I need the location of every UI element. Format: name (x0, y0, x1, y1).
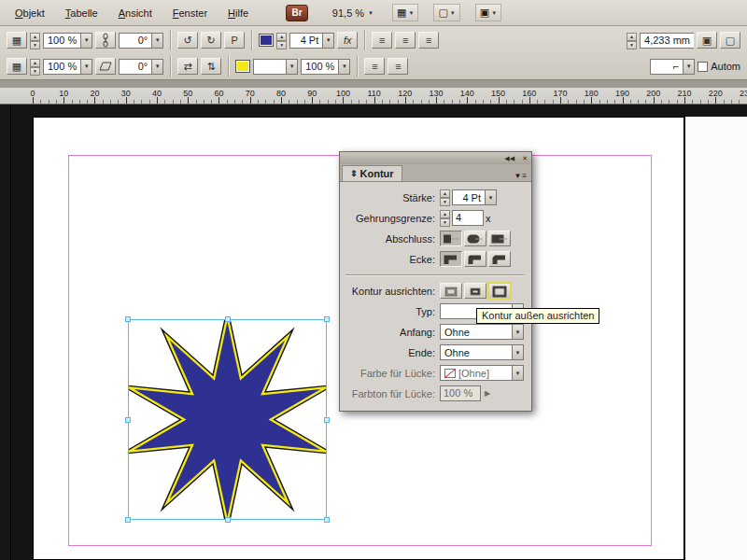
tint-value: 100 % (302, 61, 338, 72)
gap-color-value: [Ohne] (458, 368, 489, 379)
stroke-weight-select[interactable]: 4 Pt ▼ (289, 33, 334, 49)
offset-field[interactable]: 4,233 mm (640, 33, 694, 49)
arrange-documents-icon: ▣ (480, 7, 489, 19)
auto-checkbox[interactable] (698, 62, 708, 72)
align-center-icon[interactable]: ≡ (395, 32, 416, 49)
chevron-down-icon[interactable]: ▼ (286, 59, 298, 75)
chevron-down-icon[interactable]: ▼ (512, 344, 524, 360)
selection-handle[interactable] (225, 316, 231, 322)
chevron-down-icon[interactable]: ▼ (151, 59, 163, 75)
cap-round-button[interactable] (464, 231, 486, 246)
view-options-button[interactable]: ▦ ▼ (392, 4, 418, 21)
constrain-proportions-icon[interactable] (95, 32, 116, 49)
tab-kontur[interactable]: ⇕ Kontur (342, 165, 402, 181)
weight-stepper[interactable]: ▲▼ (440, 189, 450, 205)
type-label: Typ: (345, 306, 435, 317)
flip-horizontal-button[interactable]: ⇄ (177, 58, 198, 75)
chevron-down-icon[interactable]: ▼ (512, 324, 524, 340)
reference-point-proxy[interactable]: ▦ (7, 32, 27, 49)
align-stroke-inside-button[interactable] (464, 283, 486, 299)
corner-options-select[interactable]: ⌐ ▼ (650, 59, 695, 75)
join-round-button[interactable] (464, 251, 486, 267)
chevron-down-icon[interactable]: ▼ (512, 365, 524, 381)
justify-full-icon[interactable]: ≡ (388, 58, 408, 75)
chevron-down-icon[interactable]: ▼ (80, 59, 92, 75)
stroke-type-select[interactable]: ▼ (253, 59, 298, 75)
align-right-icon[interactable]: ≡ (418, 32, 439, 49)
chevron-down-icon[interactable]: ▼ (338, 59, 350, 75)
transform-proxy-icon: ▦ (7, 58, 27, 75)
weight-select[interactable]: 4 Pt ▼ (452, 189, 497, 205)
panel-collapse-icon[interactable]: ◀◀ (504, 155, 514, 162)
rotate-ccw-button[interactable]: ↺ (177, 32, 198, 49)
miter-stepper[interactable]: ▲▼ (440, 210, 450, 226)
menu-lines-icon: ≡ (522, 172, 527, 180)
scale-y-select[interactable]: 100 % ▼ (43, 59, 92, 75)
scale-y-stepper[interactable]: ▲▼ (30, 59, 40, 75)
menu-objekt[interactable]: Objekt (6, 4, 54, 22)
chevron-down-icon[interactable]: ▼ (683, 59, 695, 75)
auto-label: Autom (711, 61, 740, 72)
panel-menu-button[interactable]: ▼ ≡ (511, 171, 529, 181)
chevron-down-icon: ▼ (368, 10, 374, 16)
pasteboard[interactable] (685, 117, 747, 560)
document-canvas[interactable]: ◀◀ ✕ ⇕ Kontur ▼ ≡ Stärke: ▲▼ (0, 105, 747, 560)
arrange-documents-button[interactable]: ▣ ▼ (475, 4, 501, 21)
rotation-angle-select[interactable]: 0° ▼ (119, 33, 163, 49)
flyout-arrow-icon[interactable]: ▶ (485, 389, 490, 398)
dock-panel-icon-2[interactable]: ▢ (720, 32, 740, 49)
selection-handle[interactable] (225, 517, 231, 523)
gap-color-select[interactable]: [Ohne] ▼ (440, 365, 524, 381)
end-select[interactable]: Ohne ▼ (440, 344, 524, 360)
align-stroke-center-button[interactable] (440, 283, 462, 299)
cap-projecting-button[interactable] (488, 231, 511, 246)
scale-x-select[interactable]: 100 % ▼ (43, 33, 92, 49)
menu-ansicht[interactable]: Ansicht (109, 4, 162, 22)
join-miter-button[interactable] (440, 251, 462, 267)
menu-fenster[interactable]: Fenster (163, 4, 217, 22)
flip-vertical-button[interactable]: ⇅ (201, 58, 221, 75)
chevron-down-icon[interactable]: ▼ (151, 33, 163, 49)
tint-select[interactable]: 100 % ▼ (301, 59, 350, 75)
shear-angle-select[interactable]: 0° ▼ (119, 59, 163, 75)
selection-handle[interactable] (324, 417, 330, 423)
horizontal-ruler[interactable]: 0102030405060708090100110120130140150160… (0, 80, 747, 105)
stroke-color-swatch[interactable] (235, 60, 250, 73)
panel-titlebar[interactable]: ◀◀ ✕ (340, 152, 531, 164)
chevron-down-icon: ▼ (408, 10, 414, 16)
vertical-ruler[interactable] (0, 105, 11, 560)
justify-left-icon[interactable]: ≡ (364, 58, 385, 75)
fill-color-swatch[interactable] (259, 34, 274, 47)
selection-handle[interactable] (125, 417, 131, 423)
chevron-down-icon[interactable]: ▼ (322, 33, 334, 49)
dock-panel-icon-1[interactable]: ▣ (697, 32, 717, 49)
cap-butt-button[interactable] (440, 231, 462, 246)
menu-tabelle[interactable]: Tabelle (56, 4, 107, 22)
select-container-button[interactable]: P (224, 32, 245, 49)
selection-handle[interactable] (324, 517, 330, 523)
bridge-button[interactable]: Br (286, 5, 308, 21)
start-select[interactable]: Ohne ▼ (440, 324, 524, 340)
rotate-cw-button[interactable]: ↻ (201, 32, 221, 49)
selection-handle[interactable] (125, 316, 131, 322)
offset-stepper[interactable]: ▲▼ (627, 33, 637, 49)
chevron-down-icon[interactable]: ▼ (485, 189, 497, 205)
effects-button[interactable]: fx (337, 32, 358, 49)
scale-x-stepper[interactable]: ▲▼ (30, 33, 40, 49)
miter-limit-label: Gehrungsgrenze: (345, 213, 435, 224)
panel-close-icon[interactable]: ✕ (522, 155, 528, 162)
selected-object[interactable] (128, 319, 327, 520)
stroke-weight-stepper[interactable]: ▲▼ (276, 33, 287, 49)
menu-bar: Objekt Tabelle Ansicht Fenster Hilfe Br … (0, 0, 747, 26)
zoom-level-select[interactable]: 91,5 % ▼ (319, 6, 377, 21)
align-left-icon[interactable]: ≡ (372, 32, 392, 49)
selection-handle[interactable] (324, 316, 330, 322)
menu-hilfe[interactable]: Hilfe (218, 4, 258, 22)
gap-tint-field[interactable]: 100 % (440, 385, 481, 401)
miter-limit-field[interactable]: 4 (452, 210, 484, 226)
join-bevel-button[interactable] (488, 251, 511, 267)
screen-mode-button[interactable]: ▢ ▼ (433, 4, 459, 21)
chevron-down-icon[interactable]: ▼ (80, 33, 92, 49)
selection-handle[interactable] (125, 517, 131, 523)
align-stroke-outside-button[interactable] (488, 283, 511, 299)
